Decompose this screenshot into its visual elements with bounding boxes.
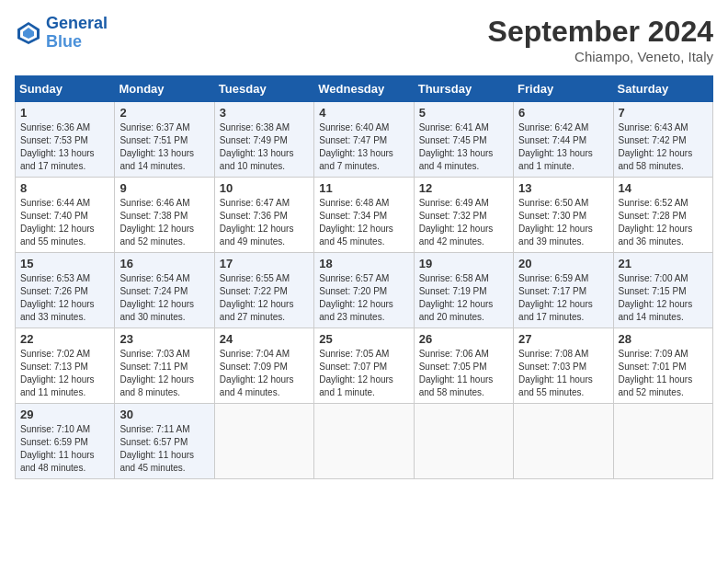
calendar-cell: 9Sunrise: 6:46 AM Sunset: 7:38 PM Daylig… [115,178,214,253]
day-number: 27 [518,332,608,346]
day-number: 9 [119,181,209,195]
calendar-cell: 23Sunrise: 7:03 AM Sunset: 7:11 PM Dayli… [115,328,214,404]
header-monday: Monday [115,76,214,102]
calendar-cell: 2Sunrise: 6:37 AM Sunset: 7:51 PM Daylig… [115,102,214,178]
calendar-cell: 1Sunrise: 6:36 AM Sunset: 7:53 PM Daylig… [16,102,115,178]
day-info: Sunrise: 7:04 AM Sunset: 7:09 PM Dayligh… [220,348,309,399]
day-info: Sunrise: 6:54 AM Sunset: 7:24 PM Dayligh… [119,272,209,324]
calendar-cell: 15Sunrise: 6:53 AM Sunset: 7:26 PM Dayli… [16,253,115,328]
day-info: Sunrise: 6:50 AM Sunset: 7:30 PM Dayligh… [518,197,608,248]
calendar-cell: 8Sunrise: 6:44 AM Sunset: 7:40 PM Daylig… [16,178,115,253]
day-info: Sunrise: 6:43 AM Sunset: 7:42 PM Dayligh… [619,121,708,173]
day-number: 4 [319,106,408,120]
day-number: 25 [319,332,408,346]
day-number: 11 [319,181,408,195]
calendar-week-row: 15Sunrise: 6:53 AM Sunset: 7:26 PM Dayli… [16,253,713,328]
day-number: 3 [220,106,309,120]
page-header: General Blue September 2024 Chiampo, Ven… [15,15,713,64]
calendar-cell: 14Sunrise: 6:52 AM Sunset: 7:28 PM Dayli… [613,178,712,253]
day-info: Sunrise: 6:41 AM Sunset: 7:45 PM Dayligh… [419,121,508,173]
day-info: Sunrise: 7:03 AM Sunset: 7:11 PM Dayligh… [119,348,209,399]
day-number: 14 [619,181,708,195]
calendar-cell: 7Sunrise: 6:43 AM Sunset: 7:42 PM Daylig… [613,102,712,178]
day-info: Sunrise: 6:52 AM Sunset: 7:28 PM Dayligh… [619,197,708,248]
day-info: Sunrise: 6:37 AM Sunset: 7:51 PM Dayligh… [119,121,209,173]
day-number: 5 [419,106,508,120]
day-info: Sunrise: 7:08 AM Sunset: 7:03 PM Dayligh… [518,348,608,399]
header-friday: Friday [514,76,613,102]
calendar-cell: 26Sunrise: 7:06 AM Sunset: 7:05 PM Dayli… [414,328,513,404]
calendar-cell: 4Sunrise: 6:40 AM Sunset: 7:47 PM Daylig… [314,102,414,178]
calendar-week-row: 22Sunrise: 7:02 AM Sunset: 7:13 PM Dayli… [16,328,713,404]
calendar-cell: 18Sunrise: 6:57 AM Sunset: 7:20 PM Dayli… [314,253,414,328]
day-number: 21 [619,257,708,270]
calendar-cell: 6Sunrise: 6:42 AM Sunset: 7:44 PM Daylig… [514,102,613,178]
calendar-cell: 30Sunrise: 7:11 AM Sunset: 6:57 PM Dayli… [115,404,214,479]
day-info: Sunrise: 6:40 AM Sunset: 7:47 PM Dayligh… [319,121,408,173]
day-info: Sunrise: 6:47 AM Sunset: 7:36 PM Dayligh… [220,197,309,248]
day-number: 18 [319,257,408,270]
calendar-cell [314,404,414,479]
day-info: Sunrise: 6:38 AM Sunset: 7:49 PM Dayligh… [220,121,309,173]
header-thursday: Thursday [414,76,513,102]
calendar-week-row: 1Sunrise: 6:36 AM Sunset: 7:53 PM Daylig… [16,102,713,178]
day-number: 24 [220,332,309,346]
calendar-cell: 12Sunrise: 6:49 AM Sunset: 7:32 PM Dayli… [414,178,513,253]
calendar-table: Sunday Monday Tuesday Wednesday Thursday… [15,75,713,479]
day-number: 20 [518,257,608,270]
day-number: 7 [619,106,708,120]
day-number: 29 [20,408,109,421]
day-info: Sunrise: 6:46 AM Sunset: 7:38 PM Dayligh… [119,197,209,248]
calendar-cell: 17Sunrise: 6:55 AM Sunset: 7:22 PM Dayli… [214,253,313,328]
day-info: Sunrise: 6:57 AM Sunset: 7:20 PM Dayligh… [319,272,408,324]
header-tuesday: Tuesday [214,76,313,102]
calendar-cell [613,404,712,479]
day-number: 17 [220,257,309,270]
day-number: 23 [119,332,209,346]
day-info: Sunrise: 7:11 AM Sunset: 6:57 PM Dayligh… [119,423,209,475]
calendar-week-row: 8Sunrise: 6:44 AM Sunset: 7:40 PM Daylig… [16,178,713,253]
calendar-cell: 24Sunrise: 7:04 AM Sunset: 7:09 PM Dayli… [214,328,313,404]
logo-text: General Blue [46,15,108,52]
calendar-cell: 27Sunrise: 7:08 AM Sunset: 7:03 PM Dayli… [514,328,613,404]
day-info: Sunrise: 6:48 AM Sunset: 7:34 PM Dayligh… [319,197,408,248]
day-info: Sunrise: 7:00 AM Sunset: 7:15 PM Dayligh… [619,272,708,324]
calendar-cell: 3Sunrise: 6:38 AM Sunset: 7:49 PM Daylig… [214,102,313,178]
day-info: Sunrise: 7:09 AM Sunset: 7:01 PM Dayligh… [619,348,708,399]
day-number: 2 [119,106,209,120]
day-info: Sunrise: 6:59 AM Sunset: 7:17 PM Dayligh… [518,272,608,324]
day-number: 22 [20,332,109,346]
day-info: Sunrise: 6:53 AM Sunset: 7:26 PM Dayligh… [20,272,109,324]
day-info: Sunrise: 7:06 AM Sunset: 7:05 PM Dayligh… [419,348,508,399]
day-info: Sunrise: 6:42 AM Sunset: 7:44 PM Dayligh… [518,121,608,173]
day-number: 15 [20,257,109,270]
day-info: Sunrise: 6:58 AM Sunset: 7:19 PM Dayligh… [419,272,508,324]
day-info: Sunrise: 6:36 AM Sunset: 7:53 PM Dayligh… [20,121,109,173]
calendar-cell [514,404,613,479]
header-sunday: Sunday [16,76,115,102]
header-saturday: Saturday [613,76,712,102]
calendar-cell: 10Sunrise: 6:47 AM Sunset: 7:36 PM Dayli… [214,178,313,253]
calendar-cell: 13Sunrise: 6:50 AM Sunset: 7:30 PM Dayli… [514,178,613,253]
day-number: 26 [419,332,508,346]
day-number: 1 [20,106,109,120]
day-info: Sunrise: 7:05 AM Sunset: 7:07 PM Dayligh… [319,348,408,399]
day-number: 13 [518,181,608,195]
day-info: Sunrise: 6:44 AM Sunset: 7:40 PM Dayligh… [20,197,109,248]
calendar-cell: 22Sunrise: 7:02 AM Sunset: 7:13 PM Dayli… [16,328,115,404]
calendar-cell: 5Sunrise: 6:41 AM Sunset: 7:45 PM Daylig… [414,102,513,178]
calendar-cell [214,404,313,479]
day-number: 6 [518,106,608,120]
calendar-header-row: Sunday Monday Tuesday Wednesday Thursday… [16,76,713,102]
calendar-cell: 21Sunrise: 7:00 AM Sunset: 7:15 PM Dayli… [613,253,712,328]
day-number: 8 [20,181,109,195]
logo: General Blue [15,15,108,52]
header-wednesday: Wednesday [314,76,414,102]
calendar-cell [414,404,513,479]
calendar-week-row: 29Sunrise: 7:10 AM Sunset: 6:59 PM Dayli… [16,404,713,479]
calendar-cell: 25Sunrise: 7:05 AM Sunset: 7:07 PM Dayli… [314,328,414,404]
day-number: 10 [220,181,309,195]
title-block: September 2024 Chiampo, Veneto, Italy [488,15,713,64]
day-info: Sunrise: 7:02 AM Sunset: 7:13 PM Dayligh… [20,348,109,399]
day-number: 19 [419,257,508,270]
